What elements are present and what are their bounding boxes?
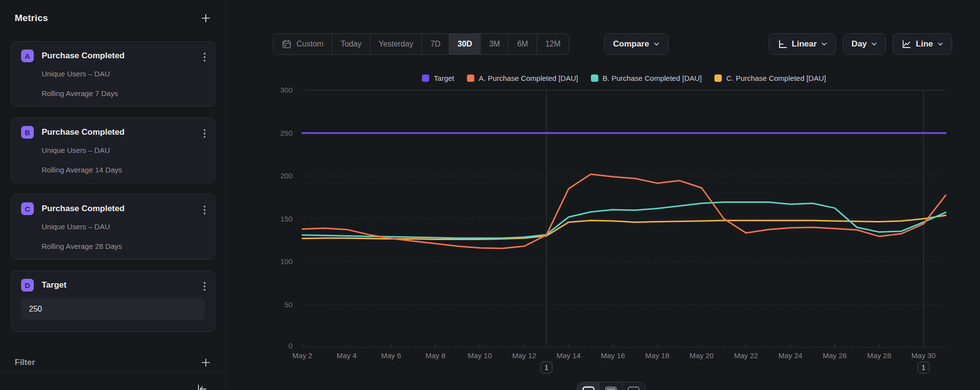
plus-icon bbox=[201, 358, 211, 367]
filter-section-header: Filter bbox=[15, 354, 212, 371]
x-axis-tick-label: May 22 bbox=[734, 351, 758, 360]
metric-card-a[interactable]: APurchase CompletedUnique Users – DAURol… bbox=[11, 41, 215, 107]
kebab-icon bbox=[203, 205, 206, 215]
metric-measure: Unique Users – DAU bbox=[42, 222, 205, 231]
view-layout-toggle bbox=[577, 382, 645, 390]
x-axis-tick-label: May 26 bbox=[823, 351, 847, 360]
metric-card-c[interactable]: CPurchase CompletedUnique Users – DAURol… bbox=[11, 194, 215, 260]
x-axis-tick-label: May 10 bbox=[468, 351, 492, 360]
metric-rolling-average: Rolling Average 7 Days bbox=[42, 89, 205, 98]
series-line-b bbox=[302, 202, 946, 238]
filter-title: Filter bbox=[15, 358, 35, 367]
card-menu-button[interactable] bbox=[202, 281, 207, 292]
y-axis-tick-label: 200 bbox=[280, 171, 293, 180]
plus-icon bbox=[201, 13, 211, 23]
x-axis-tick-label: May 16 bbox=[601, 351, 625, 360]
metric-measure: Unique Users – DAU bbox=[42, 69, 205, 78]
kebab-icon bbox=[203, 129, 206, 138]
line-chart: 050100150200250300May 2May 4May 6May 8Ma… bbox=[226, 0, 980, 390]
x-axis-tick-label: May 18 bbox=[645, 351, 669, 360]
y-axis-tick-label: 50 bbox=[284, 300, 293, 309]
annotation-chip-label: 1 bbox=[544, 364, 548, 371]
card-menu-button[interactable] bbox=[202, 204, 207, 216]
target-value-input[interactable] bbox=[21, 298, 205, 320]
card-menu-button[interactable] bbox=[202, 128, 207, 139]
y-axis-tick-label: 300 bbox=[280, 86, 293, 94]
x-axis-tick-label: May 4 bbox=[337, 351, 357, 360]
view-table-button[interactable] bbox=[623, 382, 645, 390]
x-axis-tick-label: May 24 bbox=[778, 351, 802, 360]
split-view-icon bbox=[605, 386, 617, 390]
add-filter-button[interactable] bbox=[200, 357, 212, 368]
y-axis-tick-label: 250 bbox=[280, 129, 293, 137]
collapse-sidebar-button[interactable] bbox=[195, 382, 209, 390]
metrics-title: Metrics bbox=[15, 13, 48, 24]
metrics-sidebar: Metrics APurchase CompletedUnique Users … bbox=[0, 0, 226, 390]
chart-panel: CustomTodayYesterday7D30D3M6M12M Compare… bbox=[226, 0, 980, 390]
annotation-chip-label: 1 bbox=[922, 364, 926, 371]
metric-measure: Unique Users – DAU bbox=[42, 146, 205, 155]
add-metric-button[interactable] bbox=[200, 12, 212, 24]
x-axis-tick-label: May 14 bbox=[557, 351, 581, 360]
metric-letter-chip: D bbox=[21, 279, 34, 292]
metric-title: Target bbox=[42, 280, 67, 290]
view-split-button[interactable] bbox=[600, 382, 622, 390]
sidebar-divider bbox=[0, 372, 225, 373]
card-header: BPurchase Completed bbox=[21, 126, 205, 139]
metric-title: Purchase Completed bbox=[42, 127, 124, 137]
metric-letter-chip: C bbox=[21, 202, 34, 215]
y-axis-tick-label: 100 bbox=[280, 257, 293, 266]
x-axis-tick-label: May 2 bbox=[293, 351, 313, 360]
card-header: D Target bbox=[21, 279, 205, 292]
metric-title: Purchase Completed bbox=[42, 51, 124, 61]
analytics-dashboard: { "sidebar": { "title": "Metrics", "metr… bbox=[0, 0, 980, 390]
x-axis-tick-label: May 6 bbox=[381, 351, 401, 360]
metric-title: Purchase Completed bbox=[42, 204, 124, 214]
metric-card-b[interactable]: BPurchase CompletedUnique Users – DAURol… bbox=[11, 118, 215, 183]
metric-card-target[interactable]: D Target bbox=[11, 270, 215, 332]
card-menu-button[interactable] bbox=[202, 51, 207, 63]
kebab-icon bbox=[203, 282, 206, 291]
collapse-panel-icon bbox=[196, 383, 208, 390]
card-header: CPurchase Completed bbox=[21, 202, 205, 215]
y-axis-tick-label: 150 bbox=[280, 215, 293, 223]
metric-rolling-average: Rolling Average 14 Days bbox=[42, 165, 205, 174]
metric-rolling-average: Rolling Average 28 Days bbox=[42, 242, 205, 251]
metric-letter-chip: A bbox=[21, 49, 34, 62]
metric-letter-chip: B bbox=[21, 126, 34, 139]
table-view-icon bbox=[627, 386, 640, 390]
view-chart-only-button[interactable] bbox=[577, 382, 600, 390]
x-axis-tick-label: May 20 bbox=[689, 351, 713, 360]
sidebar-header: Metrics bbox=[15, 11, 212, 25]
x-axis-tick-label: May 8 bbox=[425, 351, 445, 360]
x-axis-tick-label: May 12 bbox=[512, 351, 536, 360]
x-axis-tick-label: May 30 bbox=[911, 351, 935, 360]
y-axis-tick-label: 0 bbox=[289, 341, 293, 350]
chart-view-icon bbox=[582, 386, 595, 390]
card-header: APurchase Completed bbox=[21, 49, 205, 62]
kebab-icon bbox=[203, 52, 206, 62]
x-axis-tick-label: May 28 bbox=[867, 351, 891, 360]
